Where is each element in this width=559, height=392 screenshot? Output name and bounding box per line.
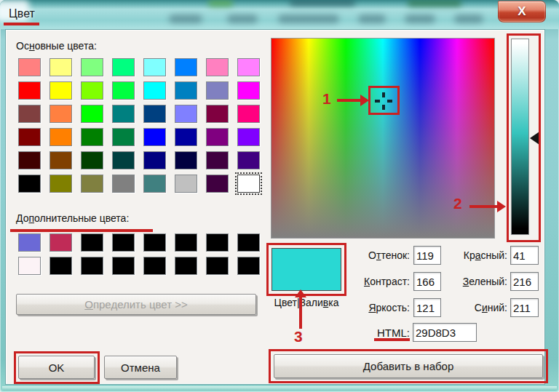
basic-color-grid: [18, 58, 260, 193]
color-swatch[interactable]: [206, 128, 229, 146]
color-swatch[interactable]: [237, 257, 260, 275]
annotation-number-3: 3: [294, 328, 303, 345]
close-icon: X: [518, 4, 526, 19]
color-swatch[interactable]: [206, 58, 229, 76]
color-swatch[interactable]: [175, 128, 197, 146]
custom-color-grid: [18, 233, 260, 275]
color-swatch[interactable]: [81, 105, 103, 123]
color-swatch[interactable]: [206, 257, 229, 275]
color-swatch[interactable]: [49, 151, 72, 169]
color-swatch[interactable]: [18, 151, 41, 169]
annotation-box-crosshair: [368, 86, 400, 115]
color-swatch[interactable]: [112, 151, 135, 169]
color-swatch[interactable]: [143, 257, 166, 275]
color-swatch[interactable]: [143, 128, 166, 146]
color-swatch[interactable]: [175, 58, 197, 76]
color-swatch[interactable]: [81, 257, 103, 275]
background-blur: [278, 15, 339, 23]
background-blur: [227, 15, 258, 23]
color-swatch[interactable]: [18, 58, 41, 76]
color-swatch[interactable]: [112, 233, 135, 252]
color-swatch[interactable]: [49, 81, 72, 100]
annotation-arrow-1: [337, 99, 361, 102]
color-swatch[interactable]: [237, 105, 260, 123]
annotation-arrowhead-2: [497, 201, 506, 212]
color-swatch[interactable]: [81, 233, 103, 252]
color-swatch[interactable]: [143, 58, 166, 76]
color-swatch[interactable]: [18, 81, 41, 100]
color-swatch[interactable]: [237, 175, 260, 193]
color-swatch[interactable]: [112, 128, 135, 146]
color-swatch[interactable]: [81, 151, 103, 169]
color-swatch[interactable]: [206, 151, 229, 169]
define-custom-color-button[interactable]: Определить цвет >>: [16, 294, 256, 315]
annotation-number-2: 2: [453, 195, 462, 212]
color-swatch[interactable]: [18, 233, 41, 252]
color-swatch[interactable]: [237, 233, 260, 252]
color-swatch[interactable]: [143, 81, 166, 100]
color-swatch[interactable]: [49, 257, 72, 275]
color-swatch[interactable]: [112, 58, 135, 76]
brightness-label: Яркость:: [315, 302, 410, 313]
background-blur: [290, 0, 355, 6]
background-blur: [405, 15, 435, 23]
annotation-box-preview: [266, 243, 346, 296]
titlebar[interactable]: Цвет: [0, 0, 559, 29]
color-swatch[interactable]: [175, 233, 197, 252]
close-button[interactable]: X: [498, 1, 546, 23]
color-swatch[interactable]: [112, 257, 135, 275]
background-blur: [169, 15, 202, 23]
color-swatch[interactable]: [237, 58, 260, 76]
background-blur: [208, 0, 233, 7]
blue-input[interactable]: [510, 298, 539, 317]
color-swatch[interactable]: [49, 175, 72, 193]
color-swatch[interactable]: [112, 81, 135, 100]
color-swatch[interactable]: [237, 81, 260, 100]
color-swatch[interactable]: [49, 233, 72, 252]
red-label: Красный:: [435, 249, 507, 261]
color-swatch[interactable]: [18, 175, 41, 193]
color-swatch[interactable]: [206, 233, 229, 252]
annotation-arrowhead-3: [295, 289, 306, 297]
green-input[interactable]: [510, 272, 539, 291]
background-blur: [358, 15, 386, 23]
color-swatch[interactable]: [18, 105, 41, 123]
html-input[interactable]: [413, 323, 477, 342]
color-swatch[interactable]: [175, 81, 197, 100]
color-swatch[interactable]: [81, 128, 103, 146]
color-swatch[interactable]: [206, 175, 229, 193]
window-frame-bottom: [2, 386, 557, 391]
color-swatch[interactable]: [206, 105, 229, 123]
color-swatch[interactable]: [81, 175, 103, 193]
annotation-arrow-3: [299, 297, 302, 329]
color-swatch[interactable]: [81, 58, 103, 76]
color-swatch[interactable]: [175, 151, 197, 169]
color-swatch[interactable]: [143, 105, 166, 123]
color-swatch[interactable]: [112, 105, 135, 123]
color-swatch[interactable]: [49, 58, 72, 76]
color-swatch[interactable]: [237, 151, 260, 169]
green-label: Зеленый:: [435, 276, 507, 287]
cancel-button[interactable]: Отмена: [104, 356, 177, 379]
color-swatch[interactable]: [49, 128, 72, 146]
color-swatch[interactable]: [112, 175, 135, 193]
color-swatch[interactable]: [143, 233, 166, 252]
custom-colors-label: Дополнительные цвета:: [16, 212, 129, 224]
color-swatch[interactable]: [237, 128, 260, 146]
color-swatch[interactable]: [18, 257, 41, 275]
annotation-number-1: 1: [322, 90, 331, 108]
color-swatch[interactable]: [206, 81, 229, 100]
color-swatch[interactable]: [18, 128, 41, 146]
color-swatch[interactable]: [175, 257, 197, 275]
color-swatch[interactable]: [143, 151, 166, 169]
html-label: HTML:: [337, 327, 410, 339]
html-underline-annotation: [374, 338, 410, 341]
color-swatch[interactable]: [143, 175, 166, 193]
color-swatch[interactable]: [175, 105, 197, 123]
red-input[interactable]: [510, 246, 539, 265]
color-swatch[interactable]: [49, 105, 72, 123]
color-swatch[interactable]: [175, 175, 197, 193]
annotation-arrow-2: [469, 205, 499, 208]
color-swatch[interactable]: [81, 81, 103, 100]
title-underline-annotation: [4, 23, 39, 25]
